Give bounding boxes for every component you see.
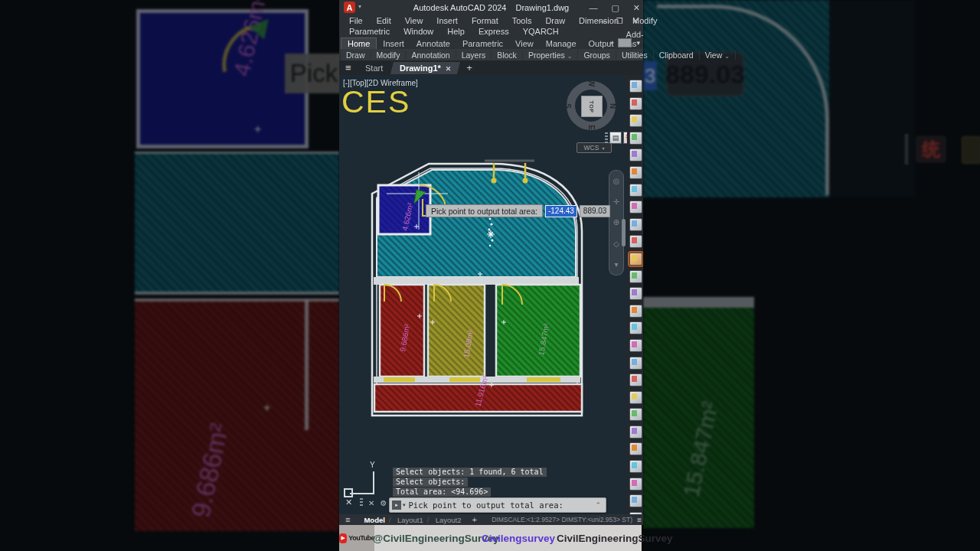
doc-restore-button[interactable]: ❐ bbox=[616, 17, 623, 25]
panel-layers[interactable]: Layers bbox=[456, 51, 492, 60]
tab-parametric[interactable]: Parametric bbox=[456, 38, 509, 49]
bg-dark-corner bbox=[829, 0, 916, 197]
bg-wall-line bbox=[305, 300, 309, 430]
ribbon-display-caret-icon[interactable]: ▾ bbox=[636, 39, 640, 47]
panel-annotation[interactable]: Annotation bbox=[406, 51, 456, 60]
doc-close-button[interactable]: ✕ bbox=[632, 17, 639, 25]
command-prompt-text[interactable]: Pick point to output total area: bbox=[409, 500, 596, 510]
layout-tab-layout1[interactable]: Layout1 bbox=[391, 516, 430, 524]
dynamic-input-tooltip: Pick point to output total area: -124.43… bbox=[426, 204, 610, 217]
tab-view[interactable]: View bbox=[509, 38, 540, 49]
ribbon-display-toggle-icon[interactable] bbox=[618, 38, 632, 47]
menu-bar-row1: FileEditViewInsertFormatToolsDrawDimensi… bbox=[342, 15, 643, 26]
bg-cross-marker: + bbox=[263, 401, 270, 415]
channel-handle: @CivilEngineeringSurvey bbox=[373, 533, 499, 544]
panel-properties[interactable]: Properties⌄ bbox=[523, 51, 579, 60]
olive-room[interactable] bbox=[428, 285, 485, 377]
channel-name: CivilEngineeringSurvey bbox=[557, 533, 673, 544]
tab-annotate[interactable]: Annotate bbox=[410, 38, 456, 49]
menu-item-view[interactable]: View bbox=[398, 16, 430, 25]
panel-utilities[interactable]: Utilities bbox=[616, 51, 654, 60]
autocad-window: A ▾ Autodesk AutoCAD 2024 Drawing1.dwg —… bbox=[339, 0, 643, 525]
status-bar: ≡ ModelLayout1Layout2 + DIMSCALE:<1:2.95… bbox=[339, 514, 643, 525]
menu-item-draw[interactable]: Draw bbox=[538, 16, 572, 25]
app-title: Autodesk AutoCAD 2024 bbox=[413, 3, 507, 12]
command-close-icon[interactable]: ✕ bbox=[368, 499, 374, 507]
yqarch-tool-icon[interactable] bbox=[629, 478, 642, 491]
dynamic-input-field[interactable]: -124.43 bbox=[545, 205, 577, 217]
layout-tab-model[interactable]: Model bbox=[358, 516, 390, 524]
status-hamburger-icon[interactable]: ≡ bbox=[345, 515, 350, 524]
tab-insert[interactable]: Insert bbox=[377, 38, 410, 49]
bg-teal-region bbox=[135, 152, 339, 295]
background-left-band: 4.626m² + + 9.686m² Pick bbox=[0, 0, 339, 551]
youtube-logo: ▶ YouTube bbox=[339, 525, 374, 551]
minimize-button[interactable]: — bbox=[589, 3, 597, 12]
tab-start[interactable]: Start bbox=[356, 62, 392, 74]
green-room[interactable] bbox=[496, 285, 580, 377]
youtube-play-icon: ▶ bbox=[339, 533, 347, 543]
command-customize-icon[interactable]: ⚙ bbox=[380, 499, 387, 507]
command-prompt-icon[interactable]: ▸ bbox=[392, 500, 401, 510]
panel-view[interactable]: View⌄ bbox=[700, 51, 736, 60]
window-sill bbox=[527, 377, 560, 382]
command-history: Select objects: 1 found, 6 totalSelect o… bbox=[393, 468, 547, 497]
bg-grip-handle bbox=[905, 135, 908, 165]
menu-item-yqarch[interactable]: YQARCH bbox=[516, 27, 566, 36]
ribbon-overflow-icon[interactable]: » bbox=[609, 39, 613, 47]
bg-wall-band bbox=[643, 297, 754, 308]
file-title: Drawing1.dwg bbox=[516, 3, 570, 12]
tab-home[interactable]: Home bbox=[341, 37, 377, 49]
new-layout-button[interactable]: + bbox=[468, 515, 482, 524]
window-sill bbox=[449, 377, 480, 382]
panel-modify[interactable]: Modify bbox=[371, 51, 407, 60]
bg-blue-room bbox=[136, 9, 309, 148]
menu-item-format[interactable]: Format bbox=[465, 16, 505, 25]
title-bar: A ▾ Autodesk AutoCAD 2024 Drawing1.dwg —… bbox=[339, 0, 643, 15]
menu-item-express[interactable]: Express bbox=[472, 27, 516, 36]
dynamic-input-field2[interactable]: 889.03 bbox=[580, 205, 611, 217]
menu-item-edit[interactable]: Edit bbox=[370, 16, 398, 25]
layout-tabs: ModelLayout1Layout2 bbox=[358, 516, 467, 524]
yqarch-tool-icon[interactable] bbox=[629, 494, 642, 507]
command-line-total-area-94-696-: Total area: <94.696> bbox=[393, 487, 491, 497]
close-button[interactable]: ✕ bbox=[633, 3, 640, 13]
command-expand-icon[interactable]: ⌃ bbox=[595, 501, 601, 509]
menu-item-help[interactable]: Help bbox=[440, 27, 472, 36]
panel-draw[interactable]: Draw bbox=[341, 51, 371, 60]
menu-item-insert[interactable]: Insert bbox=[430, 16, 465, 25]
ribbon-panel-row: DrawModifyAnnotationLayersBlockPropertie… bbox=[341, 49, 643, 60]
panel-clipboard[interactable]: Clipboard bbox=[654, 51, 700, 60]
tab-drawing1[interactable]: Drawing1*✕ bbox=[390, 62, 460, 74]
command-grip-handle[interactable] bbox=[360, 498, 363, 507]
window-sill bbox=[384, 377, 415, 382]
maximize-button[interactable]: ▢ bbox=[611, 3, 619, 13]
tab-manage[interactable]: Manage bbox=[540, 38, 583, 49]
file-menu-hamburger-icon[interactable]: ≡ bbox=[345, 62, 351, 73]
menu-item-tools[interactable]: Tools bbox=[505, 16, 539, 25]
command-caret-icon[interactable]: ▾ bbox=[403, 502, 406, 508]
panel-groups[interactable]: Groups bbox=[578, 51, 616, 60]
tab-close-icon[interactable]: ✕ bbox=[446, 65, 452, 73]
command-input-bar[interactable]: ▸ ▾ Pick point to output total area: ⌃ bbox=[389, 497, 606, 513]
chevron-down-icon: ⌄ bbox=[724, 53, 730, 60]
new-tab-button[interactable]: + bbox=[466, 62, 472, 73]
ucs-icon bbox=[373, 471, 374, 494]
panel-block[interactable]: Block bbox=[492, 51, 523, 60]
menu-item-parametric[interactable]: Parametric bbox=[342, 27, 397, 36]
layout-tab-layout2[interactable]: Layout2 bbox=[430, 516, 468, 524]
bg-pick-tooltip: Pick bbox=[285, 54, 339, 93]
doc-minimize-button[interactable]: — bbox=[600, 18, 607, 25]
drawing-canvas[interactable]: [-][Top][2D Wireframe] CES W S N E TOP W… bbox=[339, 75, 643, 514]
status-dim-text: DIMSCALE:<1:2.9527> DIMSTY:<uni2.953> ST… bbox=[492, 516, 632, 523]
menu-item-window[interactable]: Window bbox=[397, 27, 440, 36]
bg-gold-icon bbox=[962, 136, 980, 164]
menu-bar-row2: ParametricWindowHelpExpressYQARCH bbox=[342, 26, 643, 37]
floor-plan[interactable]: 4.626m² 9.686m² 15.08m² 15.847m² 11.916m… bbox=[339, 77, 643, 467]
file-tab-bar: ≡ Start Drawing1*✕ + bbox=[339, 60, 643, 75]
ribbon-tab-bar: HomeInsertAnnotateParametricViewManageOu… bbox=[341, 37, 643, 49]
door-post-knob bbox=[523, 178, 528, 184]
menu-item-file[interactable]: File bbox=[342, 16, 370, 25]
background-right-band: 3 889.03 15.847m² 统 bbox=[643, 0, 980, 551]
status-menu-icon[interactable]: ≡ bbox=[637, 516, 642, 524]
